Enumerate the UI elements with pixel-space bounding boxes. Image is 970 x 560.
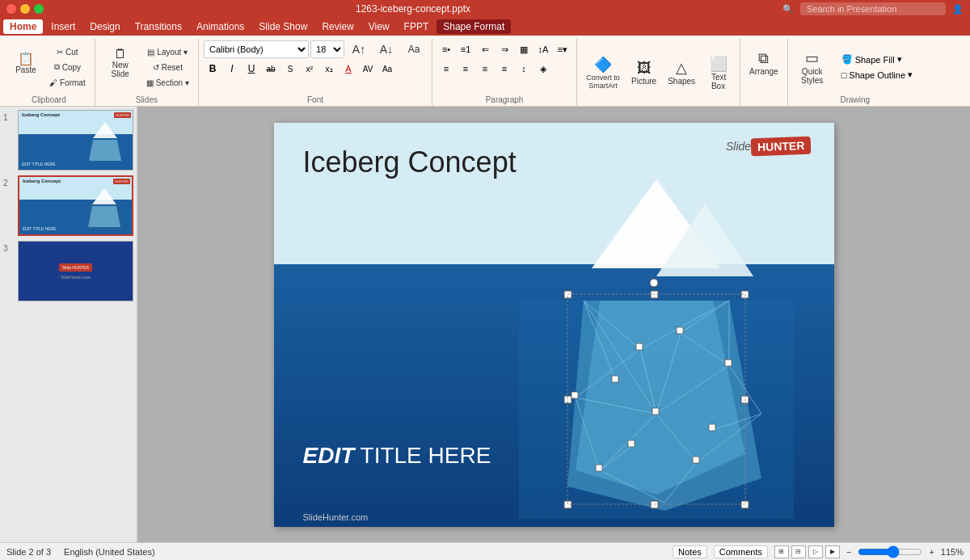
menu-home[interactable]: Home: [3, 19, 43, 34]
cut-button[interactable]: ✂ Cut: [45, 44, 90, 59]
columns-button[interactable]: ▦: [515, 40, 533, 58]
slide-item-2[interactable]: 2 Iceberg Concept HUNTER EDIT TITLE HERE: [3, 175, 133, 236]
menu-animations[interactable]: Animations: [190, 19, 251, 34]
increase-indent-button[interactable]: ⇒: [496, 40, 513, 58]
svg-rect-36: [651, 501, 658, 508]
svg-rect-37: [564, 396, 571, 403]
ribbon: 📋 Paste ✂ Cut ⧉ Copy 🖌 Format Clipboard: [0, 36, 970, 107]
svg-rect-47: [709, 424, 715, 431]
bullets-button[interactable]: ≡•: [437, 40, 455, 58]
ribbon-group-insert: 🔷 Convert to SmartArt 🖼 Picture △ Shapes…: [577, 39, 740, 106]
smartart-icon: 🔷: [594, 56, 612, 74]
numbering-button[interactable]: ≡1: [457, 40, 474, 58]
canvas-area[interactable]: Iceberg Concept Slide HUNTER: [137, 107, 970, 542]
slide-footer: SlideHunter.com: [303, 512, 369, 522]
svg-marker-1: [89, 140, 121, 161]
italic-button[interactable]: I: [223, 60, 241, 78]
comments-button[interactable]: Comments: [714, 545, 768, 558]
decrease-font-button[interactable]: A↓: [373, 40, 399, 58]
new-slide-button[interactable]: 🗒 New Slide: [100, 40, 141, 86]
menu-transitions[interactable]: Transitions: [129, 19, 188, 34]
paste-button[interactable]: 📋 Paste: [8, 40, 44, 86]
reset-button[interactable]: ↺ Reset: [142, 60, 193, 74]
bold-button[interactable]: B: [204, 60, 221, 78]
change-case-button[interactable]: Aa: [378, 60, 396, 78]
textbox-button[interactable]: ⬜ Text Box: [702, 50, 735, 95]
arrange-button[interactable]: ⧉ Arrange: [745, 40, 782, 86]
increase-font-button[interactable]: A↑: [346, 40, 372, 58]
char-spacing-button[interactable]: AV: [359, 60, 377, 78]
align-right-button[interactable]: ≡: [476, 60, 494, 78]
ribbon-group-drawing: ▭ Quick Styles 🪣 Shape Fill ▾ □ Shape Ou…: [788, 39, 922, 106]
layout-button[interactable]: ▤ Layout ▾: [142, 44, 193, 59]
menu-review[interactable]: Review: [315, 19, 360, 34]
ribbon-group-slides: 🗒 New Slide ▤ Layout ▾ ↺ Reset ▦ Section…: [95, 39, 199, 106]
slide-thumbnail-2[interactable]: Iceberg Concept HUNTER EDIT TITLE HERE: [18, 175, 133, 236]
reading-view-icon[interactable]: ▷: [808, 545, 823, 558]
subscript-button[interactable]: x₂: [320, 60, 338, 78]
shapes-icon: △: [676, 59, 687, 77]
menu-slideshow[interactable]: Slide Show: [252, 19, 314, 34]
layout-icon: ▤: [147, 48, 154, 57]
slide-sorter-icon[interactable]: ⊟: [791, 545, 806, 558]
logo-hunter-text: HUNTER: [751, 136, 812, 156]
section-icon: ▦: [146, 78, 154, 87]
window-controls[interactable]: [6, 4, 44, 14]
arrange-icon: ⧉: [758, 50, 769, 67]
slide-thumbnail-3[interactable]: Slide HUNTER SlideHunter.com: [18, 241, 133, 301]
iceberg-svg[interactable]: [519, 171, 794, 519]
status-right: Notes Comments ⊞ ⊟ ▷ ▶ − + 115%: [673, 545, 964, 558]
superscript-button[interactable]: x²: [301, 60, 318, 78]
slide-item-1[interactable]: 1 Iceberg Concept HUNTER EDIT TITLE HERE: [3, 110, 133, 171]
menu-view[interactable]: View: [362, 19, 396, 34]
menu-fppt[interactable]: FPPT: [398, 19, 436, 34]
text-direction-button[interactable]: ↕A: [534, 40, 552, 58]
shape-fill-button[interactable]: 🪣 Shape Fill ▾: [837, 53, 917, 66]
text-align-button[interactable]: ≡▾: [554, 40, 571, 58]
quick-styles-button[interactable]: ▭ Quick Styles: [793, 44, 832, 90]
underline-button[interactable]: U: [242, 60, 260, 78]
shape-outline-button[interactable]: □ Shape Outline ▾: [837, 68, 917, 82]
section-button[interactable]: ▦ Section ▾: [142, 75, 193, 90]
zoom-minus-icon[interactable]: −: [846, 547, 851, 557]
iceberg-container[interactable]: [519, 171, 794, 519]
menu-shape-format[interactable]: Shape Format: [436, 19, 511, 34]
format-painter-button[interactable]: 🖌 Format: [45, 75, 90, 90]
clear-formatting-button[interactable]: Aa: [401, 40, 427, 58]
svg-rect-40: [652, 408, 659, 415]
align-center-button[interactable]: ≡: [457, 60, 474, 78]
account-icon[interactable]: 👤: [952, 4, 964, 15]
picture-button[interactable]: 🖼 Picture: [627, 50, 660, 95]
slideshow-icon[interactable]: ▶: [825, 545, 840, 558]
slide-item-3[interactable]: 3 Slide HUNTER SlideHunter.com: [3, 241, 133, 301]
justify-button[interactable]: ≡: [496, 60, 513, 78]
svg-marker-3: [88, 206, 120, 227]
align-left-button[interactable]: ≡: [437, 60, 455, 78]
zoom-plus-icon[interactable]: +: [929, 547, 934, 557]
menu-insert[interactable]: Insert: [44, 19, 82, 34]
decrease-indent-button[interactable]: ⇐: [476, 40, 494, 58]
svg-rect-46: [677, 327, 683, 334]
font-color-button[interactable]: A: [340, 60, 357, 78]
slide-thumbnail-1[interactable]: Iceberg Concept HUNTER EDIT TITLE HERE: [18, 110, 133, 171]
font-size-select[interactable]: 18: [310, 40, 344, 58]
line-spacing-button[interactable]: ↕: [515, 60, 533, 78]
convert-smartart-button[interactable]: 🔷 Convert to SmartArt: [582, 50, 624, 95]
maximize-button[interactable]: [34, 4, 44, 14]
zoom-level: 115%: [941, 547, 964, 557]
smart-art-convert-button[interactable]: ◈: [534, 60, 552, 78]
notes-button[interactable]: Notes: [673, 545, 707, 558]
minimize-button[interactable]: [20, 4, 30, 14]
strikethrough-button[interactable]: ab: [262, 60, 280, 78]
font-name-select[interactable]: Calibri (Body): [204, 40, 309, 58]
copy-button[interactable]: ⧉ Copy: [45, 60, 90, 74]
text-shadow-button[interactable]: S: [281, 60, 299, 78]
menu-design[interactable]: Design: [83, 19, 126, 34]
shapes-button[interactable]: △ Shapes: [664, 50, 699, 95]
normal-view-icon[interactable]: ⊞: [774, 545, 789, 558]
zoom-slider[interactable]: [858, 545, 922, 558]
svg-rect-31: [564, 291, 571, 298]
close-button[interactable]: [6, 4, 16, 14]
presentation-search-input[interactable]: [800, 2, 946, 15]
slide-number-2: 2: [3, 179, 13, 187]
